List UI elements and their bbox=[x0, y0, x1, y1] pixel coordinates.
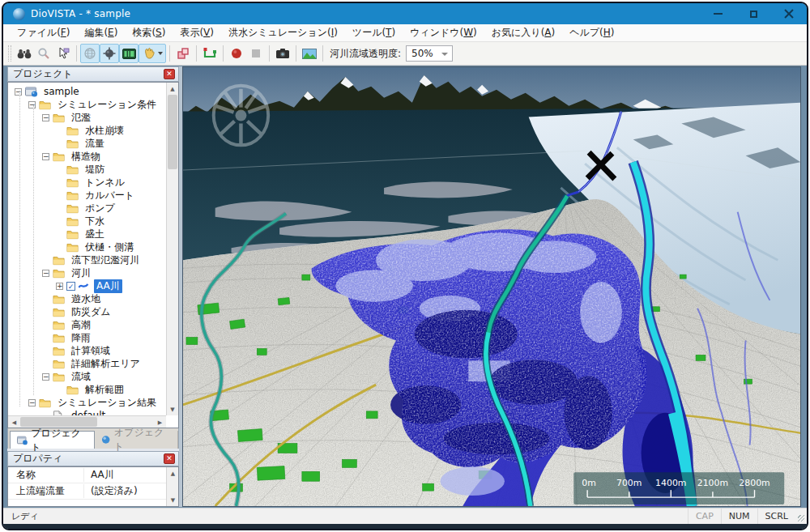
scroll-up-button[interactable]: ▲ bbox=[167, 83, 178, 95]
tree-item-氾濫[interactable]: −氾濫 bbox=[8, 111, 166, 124]
project-tree: −sample−シミュレーション条件−氾濫水柱崩壊流量−構造物堤防トンネルカルバ… bbox=[7, 82, 179, 428]
tree-item-default[interactable]: default bbox=[8, 409, 166, 415]
menu-item-5[interactable]: ツール(T) bbox=[345, 24, 403, 41]
scroll-down-button[interactable]: ▼ bbox=[167, 403, 178, 415]
tree-vertical-scrollbar[interactable]: ▲ ▼ bbox=[166, 83, 178, 415]
property-row-名称[interactable]: 名称AA川 bbox=[8, 467, 166, 483]
expand-minus-box[interactable]: − bbox=[42, 270, 49, 277]
tree-item-伏樋・側溝[interactable]: 伏樋・側溝 bbox=[8, 240, 166, 253]
tree-item-堤防[interactable]: 堤防 bbox=[8, 163, 166, 176]
tile-windows-button[interactable] bbox=[173, 44, 193, 63]
background-map-button[interactable] bbox=[300, 44, 319, 63]
tree-item-ポンプ[interactable]: ポンプ bbox=[8, 202, 166, 215]
tree-item-カルバート[interactable]: カルバート bbox=[8, 189, 166, 202]
menu-item-1[interactable]: 編集(E) bbox=[77, 24, 125, 41]
record-button[interactable] bbox=[227, 44, 246, 63]
toolbar-grip[interactable] bbox=[8, 45, 11, 62]
tree-item-構造物[interactable]: −構造物 bbox=[8, 150, 166, 163]
properties-scrollbar[interactable]: ▲ ▼ bbox=[166, 467, 178, 506]
menu-item-8[interactable]: ヘルプ(H) bbox=[562, 24, 621, 41]
tree-item-詳細解析エリア[interactable]: 詳細解析エリア bbox=[8, 357, 166, 370]
tree-item-防災ダム[interactable]: 防災ダム bbox=[8, 305, 166, 318]
scroll-up-button[interactable]: ▲ bbox=[167, 467, 179, 479]
resize-grip[interactable] bbox=[795, 509, 807, 524]
project-panel-close-button[interactable]: ✕ bbox=[164, 69, 175, 79]
tree-item-流域[interactable]: −流域 bbox=[8, 370, 166, 383]
expand-minus-box[interactable]: − bbox=[15, 88, 22, 96]
properties-panel-close-button[interactable]: ✕ bbox=[164, 453, 175, 464]
time-display-button[interactable] bbox=[119, 44, 139, 63]
layer-checkbox[interactable]: ✓ bbox=[66, 282, 75, 291]
menu-item-4[interactable]: 洪水シミュレーション(I) bbox=[221, 24, 345, 41]
scroll-left-button[interactable]: ◀ bbox=[8, 416, 20, 428]
tree-item-label: 流域 bbox=[69, 370, 93, 384]
tree-item-水柱崩壊[interactable]: 水柱崩壊 bbox=[8, 124, 166, 137]
tree-horizontal-scrollbar[interactable]: ◀ ▶ bbox=[8, 415, 166, 428]
folder-icon bbox=[66, 229, 79, 240]
scroll-down-button[interactable]: ▼ bbox=[167, 494, 179, 506]
scroll-thumb[interactable] bbox=[20, 417, 97, 427]
expand-minus-box[interactable]: − bbox=[42, 153, 49, 160]
orbit-view-button[interactable] bbox=[100, 44, 119, 63]
menu-item-2[interactable]: 検索(S) bbox=[125, 24, 173, 41]
tree-item-盛土[interactable]: 盛土 bbox=[8, 228, 166, 240]
tree-item-label: 遊水地 bbox=[69, 292, 103, 306]
snapshot-button[interactable] bbox=[273, 44, 292, 63]
tree-item-降雨[interactable]: 降雨 bbox=[8, 331, 166, 344]
transparency-combobox[interactable]: 50% bbox=[406, 45, 453, 62]
property-name: 名称 bbox=[8, 468, 84, 482]
tree-item-label: 流量 bbox=[83, 137, 107, 151]
properties-grid: 名称AA川上流端流量(設定済み) ▲ ▼ bbox=[7, 466, 179, 507]
indicator-scrl: SCRL bbox=[757, 509, 795, 524]
pan-hand-button[interactable] bbox=[139, 44, 166, 63]
map-view[interactable]: 0m 700m 1400m 2100m 2800m bbox=[182, 66, 801, 507]
tree-item-解析範囲[interactable]: 解析範囲 bbox=[8, 383, 166, 396]
close-button[interactable] bbox=[771, 3, 807, 24]
expand-minus-box[interactable]: − bbox=[28, 101, 36, 109]
menu-item-7[interactable]: お気に入り(A) bbox=[484, 24, 562, 41]
tree-item-label: シミュレーション条件 bbox=[55, 98, 159, 112]
tree-item-label: 河川 bbox=[69, 266, 93, 280]
scale-label: 1400m bbox=[655, 478, 686, 488]
minimize-button[interactable] bbox=[700, 3, 735, 24]
pointer-select-button[interactable] bbox=[53, 44, 73, 63]
folder-icon bbox=[53, 151, 65, 162]
tree-item-流量[interactable]: 流量 bbox=[8, 137, 166, 150]
tree-item-高潮[interactable]: 高潮 bbox=[8, 318, 166, 331]
tree-item-下水[interactable]: 下水 bbox=[8, 215, 166, 228]
tree-item-AA川[interactable]: +✓AA川 bbox=[8, 279, 166, 292]
property-name: 上流端流量 bbox=[8, 484, 84, 498]
scroll-thumb[interactable] bbox=[168, 95, 177, 169]
tree-item-シミュレーション結果[interactable]: −シミュレーション結果 bbox=[8, 396, 166, 409]
maximize-button[interactable] bbox=[735, 3, 771, 24]
zoom-select-button[interactable] bbox=[34, 44, 53, 63]
menu-item-0[interactable]: ファイル(F) bbox=[10, 24, 77, 41]
tree-item-河川[interactable]: −河川 bbox=[8, 266, 166, 279]
status-ready: レディ bbox=[3, 510, 39, 522]
tree-item-遊水地[interactable]: 遊水地 bbox=[8, 292, 166, 305]
stop-button[interactable] bbox=[246, 44, 266, 63]
river-icon bbox=[78, 281, 89, 291]
scroll-right-button[interactable]: ▶ bbox=[154, 416, 166, 428]
tree-item-label: 氾濫 bbox=[69, 111, 93, 125]
menu-item-6[interactable]: ウィンドウ(W) bbox=[403, 24, 484, 41]
tree-item-計算領域[interactable]: 計算領域 bbox=[8, 344, 166, 357]
tree-item-トンネル[interactable]: トンネル bbox=[8, 176, 166, 189]
tab-object[interactable]: オブジェクト bbox=[95, 431, 178, 449]
folder-icon bbox=[66, 177, 79, 188]
tree-item-sample[interactable]: −sample bbox=[8, 85, 166, 98]
grid-globe-view-button[interactable] bbox=[80, 44, 100, 63]
expand-minus-box[interactable]: − bbox=[42, 114, 49, 121]
property-row-上流端流量[interactable]: 上流端流量(設定済み) bbox=[8, 483, 166, 500]
expand-minus-box[interactable]: − bbox=[42, 373, 49, 381]
tab-project[interactable]: プロジェクト bbox=[10, 431, 95, 449]
find-binoculars-button[interactable] bbox=[15, 44, 34, 63]
expand-minus-box[interactable]: − bbox=[28, 399, 36, 406]
tree-item-流下型氾濫河川[interactable]: 流下型氾濫河川 bbox=[8, 253, 166, 266]
toolbar-separator bbox=[322, 45, 323, 62]
expand-plus-box[interactable]: + bbox=[56, 283, 63, 290]
menu-item-3[interactable]: 表示(V) bbox=[173, 24, 221, 41]
route-line-button[interactable] bbox=[200, 44, 220, 63]
stop-icon bbox=[250, 48, 262, 59]
tree-item-シミュレーション条件[interactable]: −シミュレーション条件 bbox=[8, 98, 166, 111]
